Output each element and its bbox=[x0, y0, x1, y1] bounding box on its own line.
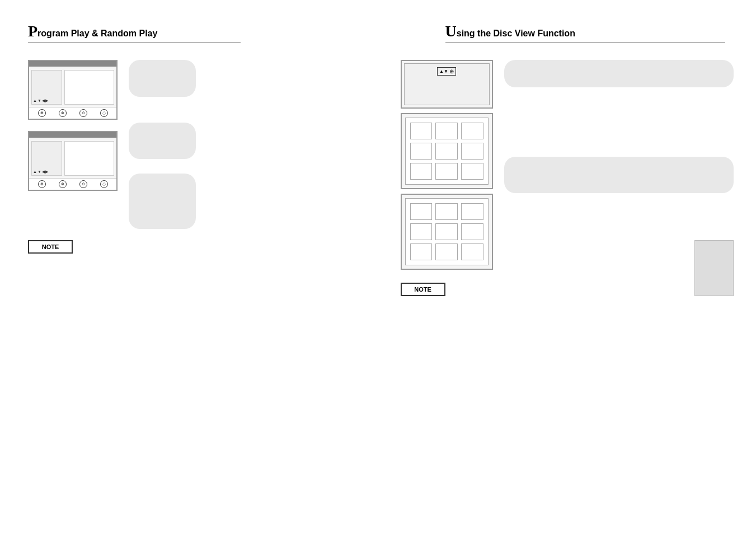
disc-cell-2-9 bbox=[461, 243, 483, 260]
screen-2-icon-1: ⊕ bbox=[38, 180, 46, 188]
disc-grid-2 bbox=[405, 198, 489, 265]
screen-1-icon-1: ⊕ bbox=[38, 109, 46, 117]
screen-1-arrows: ▲▼◀▶ bbox=[33, 99, 60, 103]
disc-cell-1-3 bbox=[461, 123, 483, 139]
left-content-row: ▲▼◀▶ ⊕ ⊗ ⊙ ◌ bbox=[28, 60, 356, 229]
right-section: U sing the Disc View Function ▲▼⊕ bbox=[378, 0, 757, 534]
disc-cell-2-6 bbox=[461, 223, 483, 240]
screen-2: ▲▼◀▶ ⊕ ⊗ ⊙ ◌ bbox=[28, 131, 118, 191]
right-gray-box bbox=[694, 240, 734, 296]
left-section: P rogram Play & Random Play ▲▼◀▶ bbox=[0, 0, 378, 534]
right-callout-2 bbox=[504, 157, 734, 194]
left-title-big-letter: P bbox=[28, 22, 37, 40]
screen-2-body: ▲▼◀▶ bbox=[29, 139, 116, 178]
left-title-rest: rogram Play & Random Play bbox=[37, 29, 157, 39]
screen-2-right-panel bbox=[64, 141, 114, 176]
screen-2-icon-3: ⊙ bbox=[79, 180, 87, 188]
screen-2-arrows: ▲▼◀▶ bbox=[33, 170, 60, 174]
left-callout-3 bbox=[129, 174, 196, 229]
screen-1-header bbox=[29, 61, 116, 67]
screen-1-left-panel: ▲▼◀▶ bbox=[31, 70, 62, 105]
disc-cell-1-6 bbox=[461, 143, 483, 160]
left-callout-1 bbox=[129, 60, 196, 97]
left-callout-2 bbox=[129, 123, 196, 160]
left-note-box: NOTE bbox=[28, 240, 73, 254]
disc-cell-2-2 bbox=[435, 203, 458, 220]
disc-grid-screen-2 bbox=[401, 194, 493, 270]
disc-cell-2-4 bbox=[410, 223, 433, 240]
screen-1-icon-3: ⊙ bbox=[79, 109, 87, 117]
disc-screen-top: ▲▼⊕ bbox=[401, 60, 493, 109]
right-callout-group-1 bbox=[504, 60, 734, 87]
disc-cell-2-7 bbox=[410, 243, 433, 260]
screen-1-icon-4: ◌ bbox=[100, 109, 108, 117]
disc-cell-2-5 bbox=[435, 223, 458, 240]
disc-screens-column: ▲▼⊕ bbox=[401, 60, 493, 296]
screen-2-left-panel: ▲▼◀▶ bbox=[31, 141, 62, 176]
disc-cell-1-4 bbox=[410, 143, 433, 160]
disc-cell-1-7 bbox=[410, 163, 433, 180]
screen-1-body: ▲▼◀▶ bbox=[29, 68, 116, 107]
right-note-box: NOTE bbox=[401, 283, 445, 296]
screen-1-icon-2: ⊗ bbox=[59, 109, 67, 117]
disc-cell-2-1 bbox=[410, 203, 433, 220]
disc-cell-1-1 bbox=[410, 123, 433, 139]
screen-1-right-panel bbox=[64, 70, 114, 105]
right-title-big-letter: U bbox=[445, 22, 457, 40]
disc-cell-1-5 bbox=[435, 143, 458, 160]
right-callout-1 bbox=[504, 60, 734, 87]
disc-cell-2-8 bbox=[435, 243, 458, 260]
disc-cell-1-2 bbox=[435, 123, 458, 139]
screen-1-footer: ⊕ ⊗ ⊙ ◌ bbox=[29, 107, 116, 119]
right-title-rest: sing the Disc View Function bbox=[457, 29, 575, 39]
right-main-content: ▲▼⊕ bbox=[401, 60, 734, 296]
disc-cell-2-3 bbox=[461, 203, 483, 220]
disc-grid-1 bbox=[405, 118, 489, 185]
disc-cell-1-9 bbox=[461, 163, 483, 180]
disc-grid-screen-1 bbox=[401, 113, 493, 189]
right-callouts-column bbox=[504, 60, 734, 296]
screen-2-header bbox=[29, 132, 116, 138]
left-title: P rogram Play & Random Play bbox=[28, 22, 241, 43]
disc-view-icon: ▲▼⊕ bbox=[437, 67, 456, 76]
left-callout-area bbox=[129, 60, 196, 229]
screen-2-footer: ⊕ ⊗ ⊙ ◌ bbox=[29, 178, 116, 190]
screen-1: ▲▼◀▶ ⊕ ⊗ ⊙ ◌ bbox=[28, 60, 118, 120]
screen-2-icon-4: ◌ bbox=[100, 180, 108, 188]
right-callout-group-2 bbox=[504, 157, 734, 194]
disc-cell-1-8 bbox=[435, 163, 458, 180]
screen-2-icon-2: ⊗ bbox=[59, 180, 67, 188]
right-title: U sing the Disc View Function bbox=[445, 22, 725, 43]
left-screen-stack: ▲▼◀▶ ⊕ ⊗ ⊙ ◌ bbox=[28, 60, 118, 229]
